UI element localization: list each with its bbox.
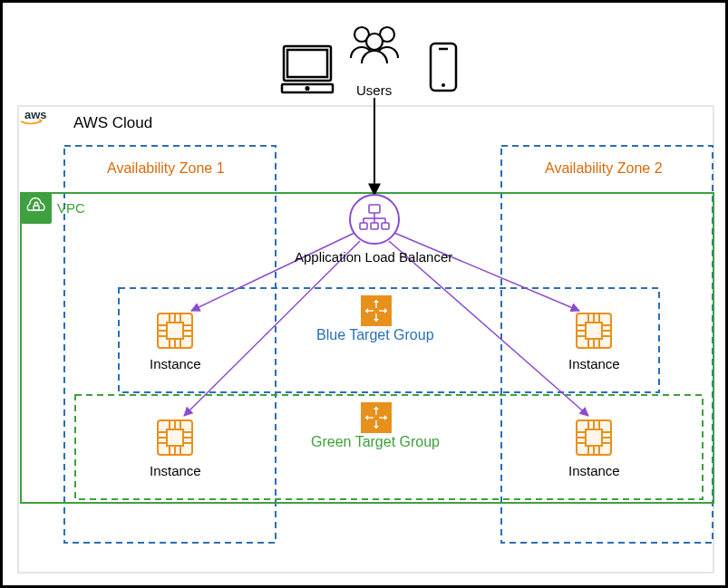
svg-line-20 xyxy=(394,233,579,311)
users-label: Users xyxy=(356,82,392,98)
az2-label: Availability Zone 2 xyxy=(545,160,663,177)
green-target-group-icon xyxy=(361,402,392,433)
instance-icon-bl xyxy=(158,420,192,455)
users-icon xyxy=(347,19,402,73)
instance-label-bl: Instance xyxy=(150,463,201,478)
instance-label-br: Instance xyxy=(568,463,620,478)
alb-icon xyxy=(350,195,399,244)
aws-logo-icon xyxy=(19,108,46,124)
instance-icon-tl xyxy=(158,313,192,348)
instance-label-tl: Instance xyxy=(150,356,201,371)
instance-label-tr: Instance xyxy=(568,356,620,371)
instance-icon-tr xyxy=(577,313,611,348)
alb-label: Application Load Balancer xyxy=(295,249,452,265)
svg-line-19 xyxy=(191,233,354,311)
az1-label: Availability Zone 1 xyxy=(107,160,225,177)
vpc-label: VPC xyxy=(57,200,85,216)
desktop-icon xyxy=(282,44,333,95)
blue-target-group-icon xyxy=(361,295,392,326)
phone-icon xyxy=(429,43,458,93)
green-target-group-label: Green Target Group xyxy=(311,434,440,450)
vpc-badge-icon xyxy=(21,193,52,224)
aws-cloud-label: AWS Cloud xyxy=(73,114,152,132)
instance-icon-br xyxy=(577,420,611,455)
diagram-canvas: aws Users AWS Cloud VPC Availability Zon… xyxy=(0,0,728,588)
blue-target-group-label: Blue Target Group xyxy=(316,327,434,343)
